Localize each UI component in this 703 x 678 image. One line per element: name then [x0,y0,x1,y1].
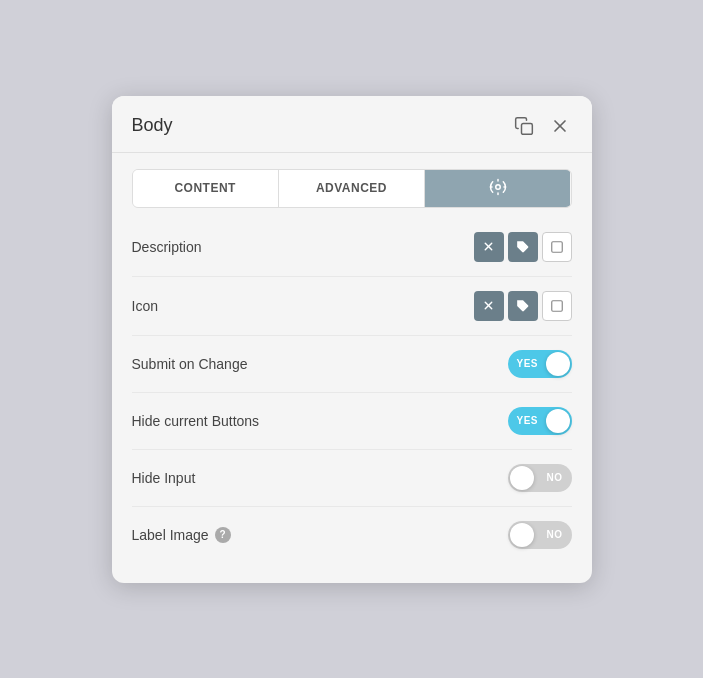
tab-content[interactable]: CONTENT [133,170,279,207]
hide-buttons-toggle-label: YES [517,415,539,426]
description-label: Description [132,239,202,255]
close-icon [550,116,570,136]
hide-input-label: Hide Input [132,470,196,486]
copy-button[interactable] [512,114,536,138]
description-x-button[interactable] [474,232,504,262]
label-image-toggle-wrap: NO [508,521,572,549]
hide-input-toggle-wrap: NO [508,464,572,492]
header-actions [512,114,572,138]
square-icon-2 [550,299,564,313]
submit-on-change-toggle-label: YES [517,358,539,369]
tag-icon [516,240,530,254]
x-icon [482,240,495,253]
icon-square-button[interactable] [542,291,572,321]
label-image-toggle[interactable]: NO [508,521,572,549]
svg-rect-7 [551,241,562,252]
submit-on-change-toggle-wrap: YES [508,350,572,378]
hide-buttons-knob [546,409,570,433]
icon-x-button[interactable] [474,291,504,321]
icon-tag-button[interactable] [508,291,538,321]
label-image-toggle-label: NO [547,529,563,540]
submit-on-change-toggle[interactable]: YES [508,350,572,378]
panel-title: Body [132,115,173,136]
submit-on-change-knob [546,352,570,376]
hide-buttons-toggle[interactable]: YES [508,407,572,435]
description-tag-button[interactable] [508,232,538,262]
label-image-knob [510,523,534,547]
tab-plugin[interactable] [425,170,570,207]
panel-header: Body [112,96,592,153]
panel: Body CONTENT ADVANCED [112,96,592,583]
panel-body: Description [112,208,592,583]
icon-icon-group [474,291,572,321]
submit-on-change-label: Submit on Change [132,356,248,372]
copy-icon [514,116,534,136]
description-square-button[interactable] [542,232,572,262]
tabs: CONTENT ADVANCED [132,169,572,208]
description-row: Description [132,218,572,277]
hide-buttons-row: Hide current Buttons YES [132,393,572,450]
tag-icon-2 [516,299,530,313]
tab-advanced[interactable]: ADVANCED [279,170,425,207]
description-icon-group [474,232,572,262]
hide-input-row: Hide Input NO [132,450,572,507]
svg-rect-11 [551,300,562,311]
hide-input-knob [510,466,534,490]
svg-point-3 [496,184,501,189]
close-button[interactable] [548,114,572,138]
hide-buttons-label: Hide current Buttons [132,413,260,429]
icon-row: Icon [132,277,572,336]
x-icon-2 [482,299,495,312]
label-image-label: Label Image ? [132,527,231,543]
hide-input-toggle[interactable]: NO [508,464,572,492]
hide-buttons-toggle-wrap: YES [508,407,572,435]
label-image-row: Label Image ? NO [132,507,572,563]
icon-label: Icon [132,298,158,314]
svg-rect-0 [521,123,532,134]
submit-on-change-row: Submit on Change YES [132,336,572,393]
hide-input-toggle-label: NO [547,472,563,483]
label-image-help-icon[interactable]: ? [215,527,231,543]
square-icon [550,240,564,254]
plugin-icon [489,178,507,196]
